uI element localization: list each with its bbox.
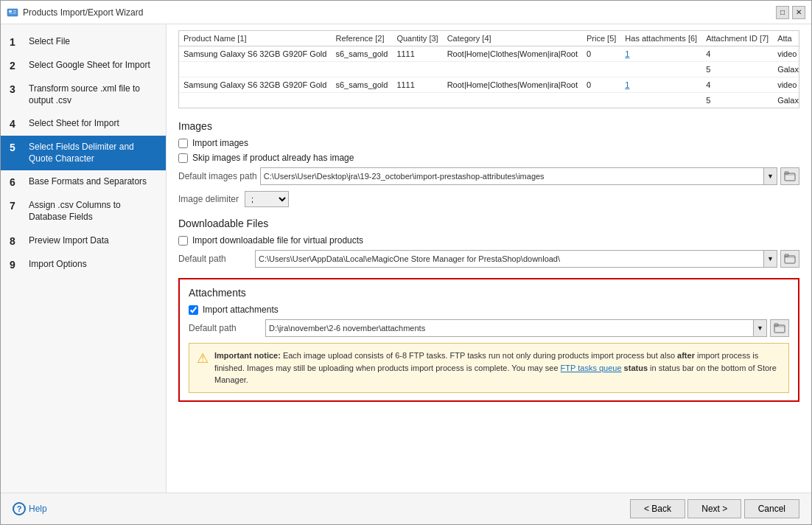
main-window: Products Import/Export Wizard □ ✕ 1 Sele… — [0, 0, 812, 525]
sidebar: 1 Select File 2 Select Google Sheet for … — [1, 24, 167, 493]
col-header-category: Category [4] — [443, 31, 582, 46]
col-header-has-attachments: Has attachments [6] — [620, 31, 701, 46]
col-header-product-name: Product Name [1] — [179, 31, 331, 46]
downloadable-title: Downloadable Files — [178, 218, 799, 229]
cell-attachment-id-5: 5 — [701, 62, 773, 77]
next-button[interactable]: Next > — [687, 499, 741, 518]
sidebar-num-1: 1 — [10, 36, 23, 48]
sidebar-num-9: 9 — [10, 259, 23, 271]
attachments-path-input[interactable] — [266, 321, 753, 335]
image-delimiter-row: Image delimiter ; , | — [178, 191, 799, 207]
sidebar-item-preview[interactable]: 8 Preview Import Data — [1, 229, 166, 253]
sidebar-label-1: Select File — [29, 36, 70, 48]
import-attachments-checkbox[interactable] — [189, 305, 198, 315]
cell-quantity: 1111 — [392, 46, 442, 62]
cell-attachment-id-2: 4 — [701, 77, 773, 93]
cell-price-empty — [582, 62, 620, 77]
cell-has-attachments-empty2 — [620, 93, 701, 108]
downloadable-path-input[interactable] — [256, 252, 763, 265]
images-title: Images — [178, 120, 799, 132]
cell-product-name-empty — [179, 62, 331, 77]
table-row: 5 Galax — [179, 62, 799, 77]
attachments-path-dropdown-btn[interactable]: ▼ — [753, 320, 766, 336]
sidebar-num-8: 8 — [10, 235, 23, 247]
cell-product-name-2: Samsung Galaxy S6 32GB G920F Gold — [179, 77, 331, 93]
cell-attachment-id: 4 — [701, 46, 773, 62]
import-attachments-label: Import attachments — [203, 305, 279, 315]
images-section: Images Import images Skip images if prod… — [178, 120, 799, 207]
downloadable-path-dropdown-btn[interactable]: ▼ — [763, 251, 777, 267]
images-path-row: Default images path ▼ — [178, 167, 799, 185]
title-bar: Products Import/Export Wizard □ ✕ — [1, 1, 811, 24]
attachments-path-browse-btn[interactable] — [770, 319, 789, 337]
cell-category: Root|Home|Clothes|Women|ira|Root — [443, 46, 582, 62]
images-path-input[interactable] — [261, 170, 763, 183]
cell-atta: video — [773, 46, 799, 62]
cell-category-empty2 — [443, 93, 582, 108]
sidebar-label-2: Select Google Sheet for Import — [29, 60, 150, 72]
cell-quantity-empty2 — [392, 93, 442, 108]
sidebar-num-7: 7 — [10, 200, 23, 212]
image-delimiter-select[interactable]: ; , | — [245, 191, 289, 207]
cell-product-name: Samsung Galaxy S6 32GB G920F Gold — [179, 46, 331, 62]
sidebar-item-select-file[interactable]: 1 Select File — [1, 30, 166, 54]
skip-images-checkbox[interactable] — [178, 153, 188, 163]
cell-category-empty — [443, 62, 582, 77]
images-path-dropdown-btn[interactable]: ▼ — [763, 168, 777, 184]
cell-has-attachments-2[interactable]: 1 — [620, 77, 701, 93]
cell-has-attachments[interactable]: 1 — [620, 46, 701, 62]
sidebar-label-3: Transform source .xml file to output .cs… — [29, 83, 157, 106]
images-path-input-wrapper: ▼ — [260, 167, 777, 185]
sidebar-item-import-options[interactable]: 9 Import Options — [1, 253, 166, 277]
sidebar-item-fields-delimiter[interactable]: 5 Select Fields Delimiter and Quote Char… — [1, 136, 166, 170]
cancel-button[interactable]: Cancel — [744, 499, 799, 518]
sidebar-num-6: 6 — [10, 176, 23, 188]
sidebar-item-select-sheet[interactable]: 4 Select Sheet for Import — [1, 112, 166, 136]
col-header-quantity: Quantity [3] — [392, 31, 442, 46]
cell-quantity-2: 1111 — [392, 77, 442, 93]
window-icon — [7, 7, 18, 18]
import-images-row: Import images — [178, 138, 799, 148]
cell-atta-galax: Galax — [773, 62, 799, 77]
sidebar-num-3: 3 — [10, 83, 23, 95]
help-icon: ? — [13, 502, 26, 515]
downloadable-path-row: Default path ▼ — [178, 250, 799, 268]
cell-category-2: Root|Home|Clothes|Women|ira|Root — [443, 77, 582, 93]
notice-text: Important notice: Each image upload cons… — [214, 350, 781, 386]
cell-quantity-empty — [392, 62, 442, 77]
sidebar-label-7: Assign .csv Columns to Database Fields — [29, 200, 157, 223]
sidebar-item-assign-columns[interactable]: 7 Assign .csv Columns to Database Fields — [1, 194, 166, 229]
close-button[interactable]: ✕ — [792, 6, 805, 19]
sidebar-label-8: Preview Import Data — [29, 235, 109, 247]
minimize-button[interactable]: □ — [776, 6, 789, 19]
import-downloadable-checkbox[interactable] — [178, 236, 188, 246]
skip-images-row: Skip images if product already has image — [178, 153, 799, 163]
downloadable-path-browse-btn[interactable] — [780, 250, 799, 268]
image-delimiter-label: Image delimiter — [178, 194, 239, 204]
svg-rect-1 — [9, 10, 12, 13]
cell-reference-empty2 — [331, 93, 392, 108]
help-link[interactable]: ? Help — [13, 502, 47, 515]
cell-reference: s6_sams_gold — [331, 46, 392, 62]
back-button[interactable]: < Back — [630, 499, 685, 518]
skip-images-label: Skip images if product already has image — [192, 153, 354, 163]
cell-attachment-id-5b: 5 — [701, 93, 773, 108]
window-controls: □ ✕ — [776, 6, 805, 19]
table-row: Samsung Galaxy S6 32GB G920F Gold s6_sam… — [179, 46, 799, 62]
sidebar-item-transform[interactable]: 3 Transform source .xml file to output .… — [1, 77, 166, 112]
window-title: Products Import/Export Wizard — [23, 7, 776, 18]
import-images-checkbox[interactable] — [178, 139, 188, 148]
sidebar-num-2: 2 — [10, 60, 23, 72]
notice-box: ⚠ Important notice: Each image upload co… — [189, 343, 789, 393]
sidebar-item-google-sheet[interactable]: 2 Select Google Sheet for Import — [1, 54, 166, 77]
sidebar-item-base-formats[interactable]: 6 Base Formats and Separators — [1, 170, 166, 194]
import-downloadable-row: Import downloadable file for virtual pro… — [178, 235, 799, 246]
warning-icon: ⚠ — [197, 350, 209, 366]
downloadable-section: Downloadable Files Import downloadable f… — [178, 218, 799, 268]
downloadable-path-label: Default path — [178, 254, 252, 264]
sidebar-label-4: Select Sheet for Import — [29, 118, 119, 130]
col-header-reference: Reference [2] — [331, 31, 392, 46]
attachments-path-label: Default path — [189, 323, 262, 333]
images-path-browse-btn[interactable] — [780, 167, 799, 185]
attachments-section: Attachments Import attachments Default p… — [178, 278, 799, 402]
